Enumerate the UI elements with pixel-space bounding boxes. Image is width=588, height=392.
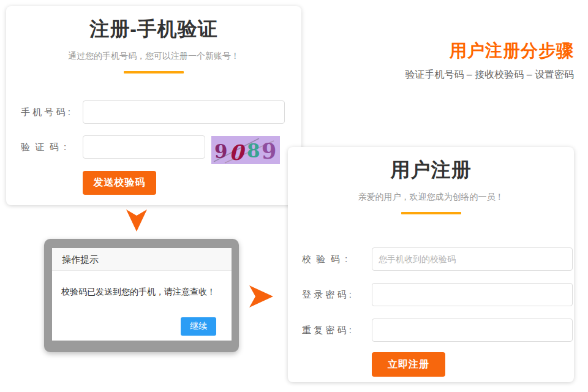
steps-subtitle: 验证手机号码 – 接收校验码 – 设置密码 <box>405 69 574 81</box>
dialog-title: 操作提示 <box>52 248 232 271</box>
captcha-digit: 9 <box>262 138 276 164</box>
captcha-row: 验 证 码 : 9 0 8 9 <box>6 135 301 159</box>
flow-arrow-right-icon <box>249 285 273 307</box>
captcha-image[interactable]: 9 0 8 9 <box>211 136 280 164</box>
verify-code-label: 校 验 码 : <box>302 247 366 271</box>
dialog-message: 校验码已发送到您的手机，请注意查收！ <box>52 271 232 298</box>
flow-arrow-down-icon <box>126 209 147 232</box>
alert-dialog: 操作提示 校验码已发送到您的手机，请注意查收！ 继续 <box>52 248 232 341</box>
verify-code-input[interactable] <box>372 247 573 271</box>
register-subtitle: 亲爱的用户，欢迎您成为创络的一员！ <box>288 192 574 203</box>
captcha-digit: 9 <box>214 140 228 162</box>
captcha-digit: 0 <box>229 140 246 164</box>
password-row: 登 录 密 码 : <box>288 282 574 307</box>
orange-divider <box>124 71 184 74</box>
register-now-button[interactable]: 立即注册 <box>372 352 445 377</box>
repeat-password-label: 重 复 密 码 : <box>302 318 366 342</box>
password-label: 登 录 密 码 : <box>302 282 366 307</box>
register-card: 用户注册 亲爱的用户，欢迎您成为创络的一员！ 校 验 码 : 登 录 密 码 :… <box>288 147 574 382</box>
verify-code-row: 校 验 码 : <box>288 247 574 271</box>
captcha-input[interactable] <box>83 135 205 159</box>
register-title: 用户注册 <box>288 147 574 184</box>
phone-verify-card: 注册-手机验证 通过您的手机号码，您可以注册一个新账号！ 手 机 号 码 : 验… <box>6 6 301 205</box>
phone-verify-title: 注册-手机验证 <box>6 6 301 43</box>
phone-number-row: 手 机 号 码 : <box>6 100 301 124</box>
steps-header: 用户注册分步骤 验证手机号码 – 接收校验码 – 设置密码 <box>405 39 574 81</box>
captcha-label: 验 证 码 : <box>21 135 82 159</box>
dialog-frame: 操作提示 校验码已发送到您的手机，请注意查收！ 继续 <box>44 239 239 352</box>
phone-number-label: 手 机 号 码 : <box>21 100 82 124</box>
password-input[interactable] <box>372 283 573 306</box>
repeat-password-row: 重 复 密 码 : <box>288 318 574 342</box>
repeat-password-input[interactable] <box>372 318 573 342</box>
send-code-button[interactable]: 发送校验码 <box>83 171 156 195</box>
orange-divider <box>401 212 461 214</box>
page: 注册-手机验证 通过您的手机号码，您可以注册一个新账号！ 手 机 号 码 : 验… <box>0 0 588 392</box>
phone-number-input[interactable] <box>83 100 285 124</box>
phone-verify-subtitle: 通过您的手机号码，您可以注册一个新账号！ <box>6 51 301 62</box>
dialog-continue-button[interactable]: 继续 <box>181 317 216 336</box>
captcha-digit: 8 <box>247 140 260 162</box>
steps-title: 用户注册分步骤 <box>405 39 574 62</box>
